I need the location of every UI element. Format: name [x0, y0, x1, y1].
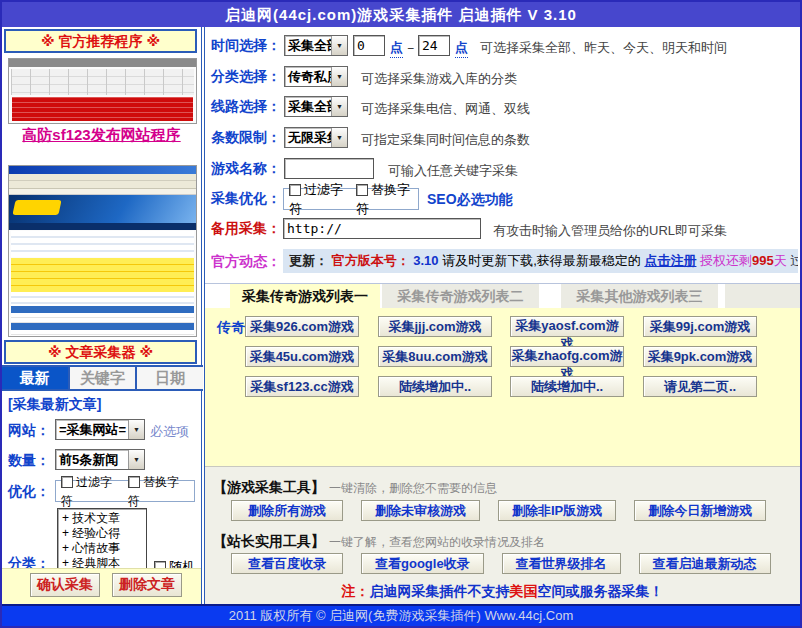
legend-label: 传奇 — [217, 319, 245, 337]
game-name-label: 游戏名称： — [211, 160, 285, 178]
game-list-panel: 传奇 采集926.com游戏 采集jjj.com游戏 采集yaosf.com游戏… — [205, 308, 800, 466]
category-listbox[interactable]: + 技术文章 + 经验心得 + 心情故事 + 经典脚本 — [57, 508, 147, 574]
dropdown-arrow-icon[interactable]: ▼ — [331, 97, 347, 116]
screenshot-art — [9, 195, 196, 223]
promo-screenshot-bottom[interactable] — [8, 165, 197, 337]
dropdown-arrow-icon[interactable]: ▼ — [128, 450, 144, 469]
article-tabs: 最新 关键字 日期 — [2, 365, 203, 391]
game-collect-button[interactable]: 陆续增加中.. — [378, 376, 492, 397]
check-baidu-button[interactable]: 查看百度收录 — [231, 553, 343, 574]
game-collect-button[interactable]: 采集9pk.com游戏 — [643, 346, 757, 367]
dropdown-arrow-icon[interactable]: ▼ — [331, 67, 347, 86]
list-item[interactable]: + 经验心得 — [62, 526, 142, 541]
line-select-value: 采集全部 — [285, 98, 331, 116]
category-label: 分类选择： — [211, 68, 285, 86]
hour-from-input[interactable] — [353, 35, 385, 56]
filter-checkbox[interactable] — [61, 476, 73, 488]
copyright-text: 2011 版权所有 © 启迪网(免费游戏采集插件) Www.44cj.Com — [229, 608, 574, 623]
game-collect-button[interactable]: 采集926.com游戏 — [245, 316, 359, 337]
tab-date[interactable]: 日期 — [137, 367, 203, 389]
game-collect-button[interactable]: 采集yaosf.com游戏 — [510, 316, 624, 337]
screenshot-art — [11, 313, 194, 323]
check-google-button[interactable]: 查看google收录 — [361, 553, 484, 574]
delete-article-button[interactable]: 删除文章 — [112, 573, 182, 597]
game-collect-button[interactable]: 采集jjj.com游戏 — [378, 316, 492, 337]
game-collect-button[interactable]: 采集45u.com游戏 — [245, 346, 359, 367]
screenshot-art — [9, 166, 196, 174]
game-name-input[interactable] — [284, 158, 374, 179]
delete-all-games-button[interactable]: 删除所有游戏 — [231, 500, 343, 521]
replace-checkbox[interactable] — [356, 184, 368, 196]
line-select[interactable]: 采集全部 ▼ — [284, 96, 348, 117]
confirm-collect-button[interactable]: 确认采集 — [30, 573, 100, 597]
game-tools-desc: 一键清除，删除您不需要的信息 — [329, 481, 497, 495]
tab-latest[interactable]: 最新 — [2, 367, 70, 389]
delete-non-ip-button[interactable]: 删除非IP版游戏 — [498, 500, 616, 521]
news-version: 3.10 — [413, 253, 438, 268]
expire-text: 过期 — [790, 253, 798, 268]
delete-unreviewed-button[interactable]: 删除未审核游戏 — [361, 500, 480, 521]
count-select[interactable]: 前5条新闻 ▼ — [55, 449, 145, 470]
dropdown-arrow-icon[interactable]: ▼ — [128, 420, 144, 439]
limit-select[interactable]: 无限采集 ▼ — [284, 127, 348, 148]
tab-game-list-3[interactable]: 采集其他游戏列表三 — [561, 284, 718, 309]
screenshot-art — [11, 258, 194, 292]
game-collect-button[interactable]: 采集zhaofg.com游戏 — [510, 346, 624, 367]
news-update: 更新： — [289, 253, 328, 268]
note-part1: 启迪网采集插件不支持 — [370, 583, 510, 599]
tab-game-list-2[interactable]: 采集传奇游戏列表二 — [382, 284, 539, 309]
game-collect-button[interactable]: 采集sf123.cc游戏 — [245, 376, 359, 397]
article-collector-header: ※ 文章采集器 ※ — [4, 340, 197, 364]
register-link[interactable]: 点击注册 — [644, 253, 696, 268]
list-item[interactable]: + 心情故事 — [62, 541, 142, 556]
backup-row: 备用采集： 有攻击时输入管理员给你的URL即可采集 — [205, 218, 800, 242]
site-select-value: =采集网站= — [56, 421, 128, 439]
auth-days: 995 — [752, 253, 774, 268]
screenshot-art — [11, 323, 194, 330]
site-select[interactable]: =采集网站= ▼ — [55, 419, 145, 440]
list-item[interactable]: + 技术文章 — [62, 511, 142, 526]
filter-checkbox[interactable] — [289, 184, 301, 196]
site-tools-title-text: 【站长实用工具】 — [213, 533, 325, 549]
time-select[interactable]: 采集全部 ▼ — [284, 35, 348, 56]
screenshot-art — [11, 292, 194, 306]
screenshot-art — [12, 97, 193, 121]
app-title: 启迪网(44cj.com)游戏采集插件 启迪插件 V 3.10 — [225, 6, 577, 23]
note-part2: 空间或服务器采集！ — [538, 583, 664, 599]
game-collect-button[interactable]: 请见第二页.. — [643, 376, 757, 397]
dropdown-arrow-icon[interactable]: ▼ — [331, 128, 347, 147]
count-label: 数量： — [8, 452, 50, 470]
tab-keyword[interactable]: 关键字 — [70, 367, 138, 389]
check-news-button[interactable]: 查看启迪最新动态 — [639, 553, 771, 574]
dropdown-arrow-icon[interactable]: ▼ — [331, 36, 347, 55]
game-tools-buttons: 删除所有游戏 删除未审核游戏 删除非IP版游戏 删除今日新增游戏 — [231, 500, 766, 521]
screenshot-art — [12, 200, 61, 215]
hour-to-unit[interactable]: 点 — [455, 39, 468, 58]
backup-label: 备用采集： — [211, 220, 285, 238]
collect-optimize-row: 采集优化： 过滤字符 替换字符 SEO必选功能 — [205, 188, 800, 212]
game-tools-title-text: 【游戏采集工具】 — [213, 479, 325, 495]
screenshot-art — [11, 231, 194, 257]
replace-checkbox[interactable] — [128, 476, 140, 488]
promo-link[interactable]: 高防sf123发布网站程序 — [2, 126, 201, 145]
hour-from-unit[interactable]: 点 — [390, 39, 403, 58]
tab-game-list-1[interactable]: 采集传奇游戏列表一 — [230, 284, 380, 309]
delete-today-new-button[interactable]: 删除今日新增游戏 — [634, 500, 766, 521]
screenshot-art — [9, 59, 196, 67]
seo-hint: SEO必选功能 — [427, 191, 513, 209]
check-rank-button[interactable]: 查看世界级排名 — [502, 553, 621, 574]
hour-to-input[interactable] — [418, 35, 450, 56]
note-prefix: 注： — [342, 583, 370, 599]
game-collect-button[interactable]: 陆续增加中.. — [510, 376, 624, 397]
category-select-value: 传奇私服 — [285, 68, 331, 86]
category-select[interactable]: 传奇私服 ▼ — [284, 66, 348, 87]
section-title: [采集最新文章] — [8, 396, 101, 414]
site-tools-title: 【站长实用工具】 一键了解，查看您网站的收录情况及排名 — [213, 533, 545, 551]
news-content: 更新： 官方版本号： 3.10 请及时更新下载,获得最新最稳定的 点击注册 授权… — [283, 249, 798, 273]
screenshot-art — [9, 223, 196, 230]
game-tools-title: 【游戏采集工具】 一键清除，删除您不需要的信息 — [213, 479, 497, 497]
backup-url-input[interactable] — [283, 218, 481, 239]
promo-screenshot-top[interactable] — [8, 58, 197, 124]
game-collect-button[interactable]: 采集99j.com游戏 — [643, 316, 757, 337]
game-collect-button[interactable]: 采集8uu.com游戏 — [378, 346, 492, 367]
